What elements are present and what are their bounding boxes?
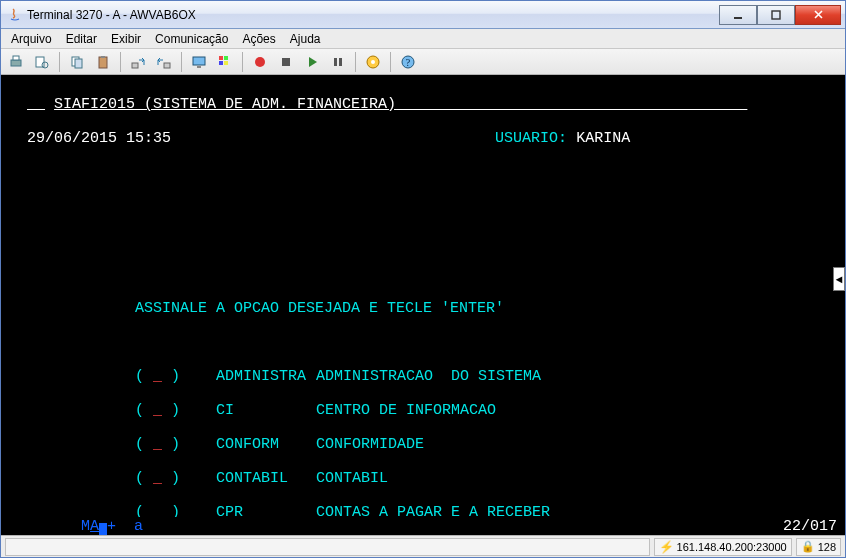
titlebar[interactable]: Terminal 3270 - A - AWVAB6OX (1, 1, 845, 29)
toolbar-separator (242, 52, 243, 72)
svg-rect-12 (193, 57, 205, 65)
java-icon (7, 7, 23, 23)
opt-desc: ADMINISTRACAO DO SISTEMA (316, 368, 541, 385)
toolbar-separator (355, 52, 356, 72)
close-button[interactable] (795, 5, 841, 25)
paste-icon[interactable] (92, 51, 114, 73)
cursor-position: 22/017 (783, 518, 837, 535)
header-trail: _______________________________________ (396, 96, 747, 113)
pause-icon[interactable] (327, 51, 349, 73)
terminal-screen[interactable]: __ SIAFI2015 (SISTEMA DE ADM. FINANCEIRA… (1, 75, 845, 535)
svg-rect-13 (197, 66, 201, 68)
record-icon[interactable] (249, 51, 271, 73)
menu-ajuda[interactable]: Ajuda (284, 30, 327, 48)
svg-rect-16 (219, 61, 223, 65)
option-row: ( _ ) ADMINISTRAADMINISTRACAO DO SISTEMA (9, 368, 837, 385)
menu-comunicacao[interactable]: Comunicação (149, 30, 234, 48)
menu-acoes[interactable]: Ações (236, 30, 281, 48)
window-controls (719, 5, 841, 25)
host-address: 161.148.40.200:23000 (677, 541, 787, 553)
status-message-well (5, 538, 650, 556)
connection-status: ⚡ 161.148.40.200:23000 (654, 538, 792, 556)
display-icon[interactable] (188, 51, 210, 73)
menu-editar[interactable]: Editar (60, 30, 103, 48)
help-icon[interactable]: ? (397, 51, 419, 73)
status-a: A (90, 518, 99, 535)
toolbar-separator (120, 52, 121, 72)
svg-rect-14 (219, 56, 223, 60)
opt-code[interactable]: ADMINISTRA (216, 368, 316, 385)
svg-rect-7 (75, 59, 82, 68)
security-status: 🔒 128 (796, 538, 841, 556)
svg-rect-11 (164, 63, 170, 68)
status-m: M (81, 518, 90, 535)
svg-rect-2 (11, 60, 21, 66)
option-row: ( _ ) CONFORMCONFORMIDADE (9, 436, 837, 453)
header: SIAFI2015 (SISTEMA DE ADM. FINANCEIRA) (54, 96, 396, 113)
opt-code[interactable]: CONTABIL (216, 470, 316, 487)
user-name: KARINA (576, 130, 630, 147)
datetime: 29/06/2015 15:35 (27, 130, 171, 147)
toolbar-separator (181, 52, 182, 72)
svg-rect-4 (36, 57, 44, 67)
svg-rect-8 (99, 57, 107, 68)
support-icon[interactable] (362, 51, 384, 73)
toolbar-separator (59, 52, 60, 72)
svg-rect-15 (224, 56, 228, 60)
sys-id: __ (27, 96, 45, 113)
minimize-button[interactable] (719, 5, 757, 25)
menu-arquivo[interactable]: Arquivo (5, 30, 58, 48)
stop-icon[interactable] (275, 51, 297, 73)
svg-rect-1 (772, 11, 780, 19)
svg-rect-10 (132, 63, 138, 68)
svg-point-18 (255, 57, 265, 67)
svg-rect-21 (339, 58, 342, 66)
bolt-icon: ⚡ (659, 540, 674, 554)
opt-desc: CONFORMIDADE (316, 436, 424, 453)
svg-rect-20 (334, 58, 337, 66)
play-icon[interactable] (301, 51, 323, 73)
maximize-button[interactable] (757, 5, 795, 25)
terminal-status-line: MA+ a 22/017 (1, 517, 845, 535)
toolbar-separator (390, 52, 391, 72)
menubar: Arquivo Editar Exibir Comunicação Ações … (1, 29, 845, 49)
statusbar: ⚡ 161.148.40.200:23000 🔒 128 (1, 535, 845, 557)
copy-icon[interactable] (66, 51, 88, 73)
print-preview-icon[interactable] (31, 51, 53, 73)
receive-icon[interactable] (153, 51, 175, 73)
status-plus: + (107, 518, 116, 535)
printer-icon[interactable] (5, 51, 27, 73)
svg-rect-9 (101, 56, 105, 58)
opt-code[interactable]: CI (216, 402, 316, 419)
svg-text:?: ? (406, 57, 411, 68)
svg-point-23 (371, 60, 375, 64)
option-row: ( _ ) CICENTRO DE INFORMACAO (9, 402, 837, 419)
cursor-block-icon (99, 523, 107, 535)
user-label: USUARIO: (495, 130, 567, 147)
svg-rect-17 (224, 61, 228, 65)
opt-code[interactable]: CONFORM (216, 436, 316, 453)
toolbar: ? (1, 49, 845, 75)
option-row: ( _ ) CONTABILCONTABIL (9, 470, 837, 487)
side-handle-icon[interactable]: ◄ (833, 267, 845, 291)
prompt-text: ASSINALE A OPCAO DESEJADA E TECLE 'ENTER… (135, 300, 504, 317)
lock-icon: 🔒 (801, 540, 815, 553)
app-window: Terminal 3270 - A - AWVAB6OX Arquivo Edi… (0, 0, 846, 558)
svg-rect-19 (282, 58, 290, 66)
menu-exibir[interactable]: Exibir (105, 30, 147, 48)
send-icon[interactable] (127, 51, 149, 73)
color-map-icon[interactable] (214, 51, 236, 73)
svg-rect-3 (13, 56, 19, 60)
opt-desc: CENTRO DE INFORMACAO (316, 402, 496, 419)
session-number: 128 (818, 541, 836, 553)
window-title: Terminal 3270 - A - AWVAB6OX (27, 8, 719, 22)
opt-desc: CONTABIL (316, 470, 388, 487)
svg-rect-0 (734, 17, 742, 19)
status-mode: a (134, 518, 143, 535)
